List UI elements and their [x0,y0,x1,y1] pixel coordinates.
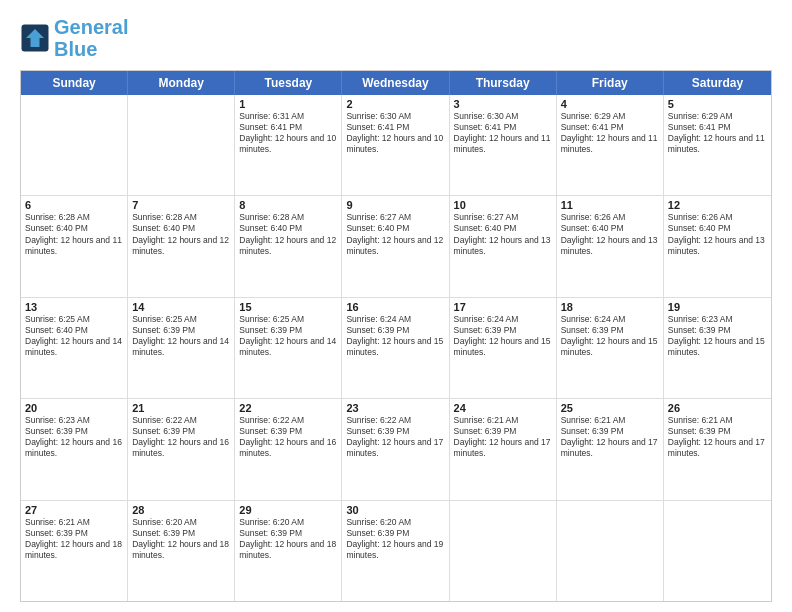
day-info: Sunrise: 6:20 AM Sunset: 6:39 PM Dayligh… [239,517,337,561]
page: General Blue SundayMondayTuesdayWednesda… [0,0,792,612]
calendar-row: 13Sunrise: 6:25 AM Sunset: 6:40 PM Dayli… [21,298,771,399]
day-number: 28 [132,504,230,516]
calendar-cell: 21Sunrise: 6:22 AM Sunset: 6:39 PM Dayli… [128,399,235,499]
day-info: Sunrise: 6:28 AM Sunset: 6:40 PM Dayligh… [25,212,123,256]
day-number: 2 [346,98,444,110]
day-of-week-header: Wednesday [342,71,449,95]
calendar-cell: 22Sunrise: 6:22 AM Sunset: 6:39 PM Dayli… [235,399,342,499]
day-number: 26 [668,402,767,414]
day-of-week-header: Sunday [21,71,128,95]
day-info: Sunrise: 6:21 AM Sunset: 6:39 PM Dayligh… [25,517,123,561]
day-info: Sunrise: 6:29 AM Sunset: 6:41 PM Dayligh… [561,111,659,155]
calendar-cell [128,95,235,195]
calendar-row: 20Sunrise: 6:23 AM Sunset: 6:39 PM Dayli… [21,399,771,500]
calendar-cell [557,501,664,601]
day-number: 14 [132,301,230,313]
day-info: Sunrise: 6:21 AM Sunset: 6:39 PM Dayligh… [561,415,659,459]
day-number: 30 [346,504,444,516]
day-number: 24 [454,402,552,414]
day-info: Sunrise: 6:24 AM Sunset: 6:39 PM Dayligh… [454,314,552,358]
day-info: Sunrise: 6:21 AM Sunset: 6:39 PM Dayligh… [668,415,767,459]
day-info: Sunrise: 6:22 AM Sunset: 6:39 PM Dayligh… [346,415,444,459]
calendar-cell: 23Sunrise: 6:22 AM Sunset: 6:39 PM Dayli… [342,399,449,499]
day-number: 4 [561,98,659,110]
calendar-cell: 24Sunrise: 6:21 AM Sunset: 6:39 PM Dayli… [450,399,557,499]
calendar-cell: 29Sunrise: 6:20 AM Sunset: 6:39 PM Dayli… [235,501,342,601]
day-number: 8 [239,199,337,211]
day-info: Sunrise: 6:26 AM Sunset: 6:40 PM Dayligh… [561,212,659,256]
calendar-row: 6Sunrise: 6:28 AM Sunset: 6:40 PM Daylig… [21,196,771,297]
calendar-cell: 6Sunrise: 6:28 AM Sunset: 6:40 PM Daylig… [21,196,128,296]
day-info: Sunrise: 6:25 AM Sunset: 6:40 PM Dayligh… [25,314,123,358]
calendar-cell: 19Sunrise: 6:23 AM Sunset: 6:39 PM Dayli… [664,298,771,398]
day-number: 1 [239,98,337,110]
calendar: SundayMondayTuesdayWednesdayThursdayFrid… [20,70,772,602]
day-number: 17 [454,301,552,313]
day-number: 7 [132,199,230,211]
logo-text: General Blue [54,16,128,60]
day-info: Sunrise: 6:25 AM Sunset: 6:39 PM Dayligh… [239,314,337,358]
calendar-cell [21,95,128,195]
day-of-week-header: Thursday [450,71,557,95]
day-number: 15 [239,301,337,313]
header: General Blue [20,16,772,60]
calendar-cell: 9Sunrise: 6:27 AM Sunset: 6:40 PM Daylig… [342,196,449,296]
day-info: Sunrise: 6:27 AM Sunset: 6:40 PM Dayligh… [346,212,444,256]
calendar-cell: 15Sunrise: 6:25 AM Sunset: 6:39 PM Dayli… [235,298,342,398]
calendar-cell: 7Sunrise: 6:28 AM Sunset: 6:40 PM Daylig… [128,196,235,296]
calendar-cell: 18Sunrise: 6:24 AM Sunset: 6:39 PM Dayli… [557,298,664,398]
calendar-cell: 28Sunrise: 6:20 AM Sunset: 6:39 PM Dayli… [128,501,235,601]
day-info: Sunrise: 6:29 AM Sunset: 6:41 PM Dayligh… [668,111,767,155]
day-of-week-header: Saturday [664,71,771,95]
calendar-cell: 12Sunrise: 6:26 AM Sunset: 6:40 PM Dayli… [664,196,771,296]
calendar-cell: 10Sunrise: 6:27 AM Sunset: 6:40 PM Dayli… [450,196,557,296]
day-info: Sunrise: 6:30 AM Sunset: 6:41 PM Dayligh… [454,111,552,155]
day-info: Sunrise: 6:21 AM Sunset: 6:39 PM Dayligh… [454,415,552,459]
day-info: Sunrise: 6:31 AM Sunset: 6:41 PM Dayligh… [239,111,337,155]
day-number: 25 [561,402,659,414]
calendar-cell: 1Sunrise: 6:31 AM Sunset: 6:41 PM Daylig… [235,95,342,195]
day-info: Sunrise: 6:26 AM Sunset: 6:40 PM Dayligh… [668,212,767,256]
day-number: 29 [239,504,337,516]
day-number: 12 [668,199,767,211]
calendar-row: 27Sunrise: 6:21 AM Sunset: 6:39 PM Dayli… [21,501,771,601]
day-number: 11 [561,199,659,211]
day-info: Sunrise: 6:23 AM Sunset: 6:39 PM Dayligh… [25,415,123,459]
calendar-cell: 3Sunrise: 6:30 AM Sunset: 6:41 PM Daylig… [450,95,557,195]
calendar-cell: 13Sunrise: 6:25 AM Sunset: 6:40 PM Dayli… [21,298,128,398]
calendar-cell: 8Sunrise: 6:28 AM Sunset: 6:40 PM Daylig… [235,196,342,296]
day-of-week-header: Friday [557,71,664,95]
day-info: Sunrise: 6:25 AM Sunset: 6:39 PM Dayligh… [132,314,230,358]
day-number: 20 [25,402,123,414]
calendar-cell: 30Sunrise: 6:20 AM Sunset: 6:39 PM Dayli… [342,501,449,601]
calendar-header: SundayMondayTuesdayWednesdayThursdayFrid… [21,71,771,95]
day-number: 22 [239,402,337,414]
calendar-cell: 11Sunrise: 6:26 AM Sunset: 6:40 PM Dayli… [557,196,664,296]
calendar-cell: 26Sunrise: 6:21 AM Sunset: 6:39 PM Dayli… [664,399,771,499]
day-of-week-header: Monday [128,71,235,95]
calendar-cell: 4Sunrise: 6:29 AM Sunset: 6:41 PM Daylig… [557,95,664,195]
day-info: Sunrise: 6:24 AM Sunset: 6:39 PM Dayligh… [561,314,659,358]
day-info: Sunrise: 6:20 AM Sunset: 6:39 PM Dayligh… [346,517,444,561]
day-number: 13 [25,301,123,313]
day-of-week-header: Tuesday [235,71,342,95]
calendar-row: 1Sunrise: 6:31 AM Sunset: 6:41 PM Daylig… [21,95,771,196]
day-number: 16 [346,301,444,313]
day-info: Sunrise: 6:22 AM Sunset: 6:39 PM Dayligh… [239,415,337,459]
calendar-body: 1Sunrise: 6:31 AM Sunset: 6:41 PM Daylig… [21,95,771,601]
day-number: 23 [346,402,444,414]
day-number: 27 [25,504,123,516]
day-number: 19 [668,301,767,313]
day-info: Sunrise: 6:30 AM Sunset: 6:41 PM Dayligh… [346,111,444,155]
day-info: Sunrise: 6:20 AM Sunset: 6:39 PM Dayligh… [132,517,230,561]
calendar-cell [450,501,557,601]
day-info: Sunrise: 6:23 AM Sunset: 6:39 PM Dayligh… [668,314,767,358]
calendar-cell: 14Sunrise: 6:25 AM Sunset: 6:39 PM Dayli… [128,298,235,398]
day-info: Sunrise: 6:24 AM Sunset: 6:39 PM Dayligh… [346,314,444,358]
day-number: 21 [132,402,230,414]
day-info: Sunrise: 6:22 AM Sunset: 6:39 PM Dayligh… [132,415,230,459]
day-info: Sunrise: 6:28 AM Sunset: 6:40 PM Dayligh… [132,212,230,256]
day-number: 5 [668,98,767,110]
calendar-cell [664,501,771,601]
calendar-cell: 27Sunrise: 6:21 AM Sunset: 6:39 PM Dayli… [21,501,128,601]
